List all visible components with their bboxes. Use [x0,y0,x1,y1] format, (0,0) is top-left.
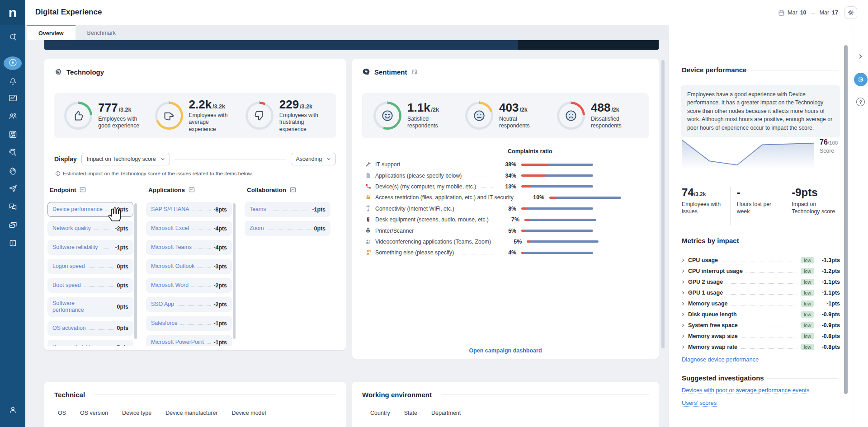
list-item[interactable]: Teams-1pts [245,202,330,217]
face-neutral-icon [467,104,491,127]
list-item[interactable]: Device reliability0pts [47,340,133,346]
date-range-picker[interactable]: Mar 10 → Mar 17 [778,9,838,16]
list-scrollbar[interactable] [233,203,236,339]
list-item[interactable]: Microsoft Teams-4pts [146,240,232,255]
panel-scrollbar[interactable] [844,45,848,394]
complaint-percent: 7% [500,216,519,223]
expand-chevron-icon[interactable] [681,323,685,328]
sidebar-item-investigations[interactable] [4,146,22,160]
sidebar-item-library[interactable] [4,237,22,251]
group-endpoint: EndpointDevice performance-9ptsNetwork q… [47,186,137,346]
environment-tab-state[interactable]: State [404,410,417,416]
progress-ring [64,102,92,130]
complaint-label: Printer/Scanner [375,228,414,234]
item-value: -8pts [213,206,227,213]
expand-chevron-icon[interactable] [681,301,685,306]
metric-row[interactable]: CPU interrupt usagelow-1.2pts [681,266,840,277]
list-item[interactable]: Microsoft Excel-4pts [146,221,232,236]
sidebar-item-digital-experience[interactable] [4,56,22,70]
metric-row[interactable]: Disk queue lengthlow-0.9pts [681,309,840,320]
sidebar-item-applications-grid[interactable] [4,128,22,142]
sidebar-item-automations[interactable] [4,219,22,233]
sort-order-select[interactable]: Ascending [291,153,336,165]
sidebar-item-workforce[interactable] [4,110,22,123]
list-item[interactable]: Software performance0pts [47,297,133,317]
list-item[interactable]: Software reliability-1pts [47,240,133,255]
sidebar-item-experience-optimization[interactable] [4,165,22,178]
list-item[interactable]: Microsoft Outlook-3pts [146,259,232,274]
metric-value: -0.9pts [818,311,840,318]
score-trend-chart [682,138,814,169]
help-button[interactable]: ? [856,98,865,106]
group-collaboration: CollaborationTeams-1ptsZoom0pts [245,186,334,346]
technical-tab-os-version[interactable]: OS version [80,410,108,416]
list-scrollbar[interactable] [134,203,137,339]
complaint-percent: 5% [496,228,516,234]
display-metric-select[interactable]: Impact on Technology score [81,153,170,165]
sidebar-item-alerts[interactable] [4,75,22,88]
list-item[interactable]: Logon speed0pts [47,259,133,274]
sidebar-item-profile[interactable] [4,404,22,417]
expand-chevron-icon[interactable] [681,345,685,349]
metric-row[interactable]: GPU 1 usagelow-1.1pts [681,287,840,298]
metric-row[interactable]: GPU 2 usagelow-1.1pts [681,277,840,287]
item-label: Salesforce [151,320,178,327]
settings-gear-button[interactable] [844,6,857,19]
nexthink-logo[interactable]: n [0,0,25,25]
sidebar-item-engage[interactable] [4,201,22,214]
list-item[interactable]: Device performance-9pts [47,202,133,217]
expand-chevron-icon[interactable] [681,269,685,273]
expand-chevron-icon[interactable] [681,312,685,317]
expand-chevron-icon[interactable] [681,291,685,295]
environment-tab-department[interactable]: Department [431,410,461,416]
main-scrollbar[interactable] [661,60,665,348]
info-icon [55,171,61,176]
metric-row[interactable]: Memory swap sizelow-0.8pts [681,331,840,342]
gear-icon [847,9,854,16]
technical-tab-device-type[interactable]: Device type [122,410,151,416]
list-item[interactable]: Boot speed0pts [47,278,133,293]
metric-row[interactable]: Memory usagelow-1pts [681,298,840,309]
sidebar-item-ai-search[interactable] [4,31,22,44]
tab-benchmark[interactable]: Benchmark [75,25,127,40]
expand-chevron-icon[interactable] [681,280,685,284]
panel-stat-value: 74/3.2k [682,186,726,199]
list-item[interactable]: SSO App-2pts [146,297,232,312]
device-performance-node-button[interactable] [854,73,868,86]
list-item[interactable]: Zoom0pts [245,221,330,236]
campaign-schedule-icon [411,69,418,75]
complaint-percent: 38% [496,161,516,168]
metric-row[interactable]: System free spacelow-0.9pts [681,320,840,331]
collapse-panel-chevron[interactable] [857,53,863,61]
list-item[interactable]: Salesforce-1pts [146,316,232,331]
investigation-link[interactable]: Users' scores [682,399,717,407]
list-item[interactable]: Network quality-2pts [47,221,133,236]
metric-label: Disk queue length [688,311,737,318]
list-item[interactable]: Microsoft PowerPoint-1pts [146,335,232,346]
environment-tab-country[interactable]: Country [370,410,390,416]
open-campaign-dashboard-link[interactable]: Open campaign dashboard [469,347,542,354]
tab-overview[interactable]: Overview [27,25,75,40]
document-icon [365,172,372,179]
list-item[interactable]: Microsoft Word-2pts [146,278,232,293]
technical-tab-device-model[interactable]: Device model [232,410,266,416]
working-environment-card: Working environment CountryStateDepartme… [352,382,659,427]
metric-label: Memory usage [688,300,728,307]
list-item[interactable]: SAP S/4 HANA-8pts [146,202,232,217]
sidebar-item-dashboards[interactable] [4,92,22,106]
diagnose-device-performance-link[interactable]: Diagnose device performance [682,356,759,363]
technical-tab-os[interactable]: OS [58,410,66,416]
item-label: Device reliability [52,344,93,346]
technical-tab-device-manufacturer[interactable]: Device manufacturer [165,410,217,416]
metric-row[interactable]: CPU usagelow-1.3pts [681,255,840,266]
metric-row[interactable]: Memory swap ratelow-0.8pts [681,342,840,352]
date-arrow-icon: → [809,9,817,16]
date-from-day: 10 [800,9,807,16]
item-label: Teams [250,206,266,213]
expand-chevron-icon[interactable] [681,334,685,338]
investigation-link[interactable]: Devices with poor or average performance… [682,387,809,394]
expand-chevron-icon[interactable] [681,258,685,263]
item-value: -4pts [213,244,227,251]
list-item[interactable]: OS activation0pts [47,321,133,336]
sidebar-item-campaigns[interactable] [4,183,22,196]
